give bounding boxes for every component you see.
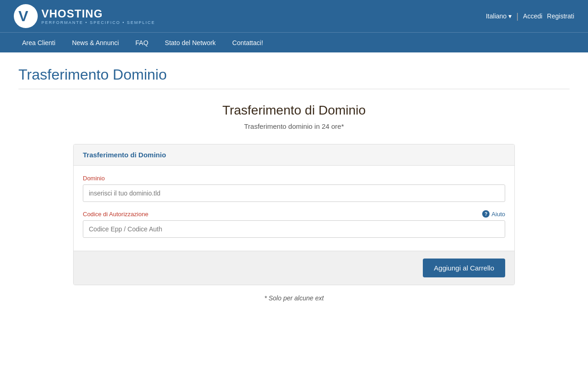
logo-tagline: PERFORMANTE • SPECIFICO • SEMPLICE [41,20,155,25]
nav-item-contattaci[interactable]: Contattaci! [224,33,271,53]
help-link[interactable]: ? Aiuto [482,210,505,218]
form-box: Trasferimento di Dominio Dominio Codice … [73,144,515,285]
page-title-divider [18,89,570,89]
top-bar: V VHOSTING PERFORMANTE • SPECIFICO • SEM… [0,0,588,32]
svg-text:V: V [18,8,29,24]
help-label: Aiuto [491,211,505,218]
page-title: Trasferimento Dominio [18,66,570,83]
main-section: Trasferimento di Dominio Trasferimento d… [73,103,515,302]
nav-item-news-annunci[interactable]: News & Annunci [63,33,127,53]
logo-area: V VHOSTING PERFORMANTE • SPECIFICO • SEM… [14,4,155,28]
domain-input[interactable] [83,184,505,202]
auth-input[interactable] [83,220,505,238]
logo-icon: V [14,4,38,28]
register-link[interactable]: Registrati [547,12,574,20]
logo-text: VHOSTING PERFORMANTE • SPECIFICO • SEMPL… [41,7,155,25]
section-heading: Trasferimento di Dominio [73,103,515,118]
divider: | [516,12,519,21]
page-content: Trasferimento Dominio Trasferimento di D… [0,52,588,316]
domain-label: Dominio [83,175,505,182]
auth-label: Codice di Autorizzazione [83,211,148,218]
auth-label-row: Codice di Autorizzazione ? Aiuto [83,210,505,218]
add-to-cart-button[interactable]: Aggiungi al Carrello [423,259,505,277]
footnote: * Solo per alcune ext [73,294,515,302]
login-link[interactable]: Accedi [523,12,542,20]
top-right: Italiano ▾ | Accedi Registrati [486,12,574,21]
nav-item-area-clienti[interactable]: Area Clienti [14,33,63,53]
section-subheading: Trasferimento dominio in 24 ore* [73,122,515,130]
form-box-footer: Aggiungi al Carrello [74,251,514,285]
form-box-body: Dominio Codice di Autorizzazione ? Aiuto [74,166,514,251]
form-box-header: Trasferimento di Dominio [74,144,514,166]
language-selector[interactable]: Italiano ▾ [486,12,512,20]
nav-item-faq[interactable]: FAQ [127,33,156,53]
form-box-title: Trasferimento di Dominio [83,151,166,159]
logo-name: VHOSTING [41,7,155,20]
language-label: Italiano [486,12,507,20]
footnote-text: * Solo per alcune ext [264,294,323,302]
nav-item-stato-network[interactable]: Stato del Network [156,33,224,53]
chevron-down-icon: ▾ [508,12,512,20]
nav-bar: Area Clienti News & Annunci FAQ Stato de… [0,32,588,52]
help-icon: ? [482,210,490,218]
